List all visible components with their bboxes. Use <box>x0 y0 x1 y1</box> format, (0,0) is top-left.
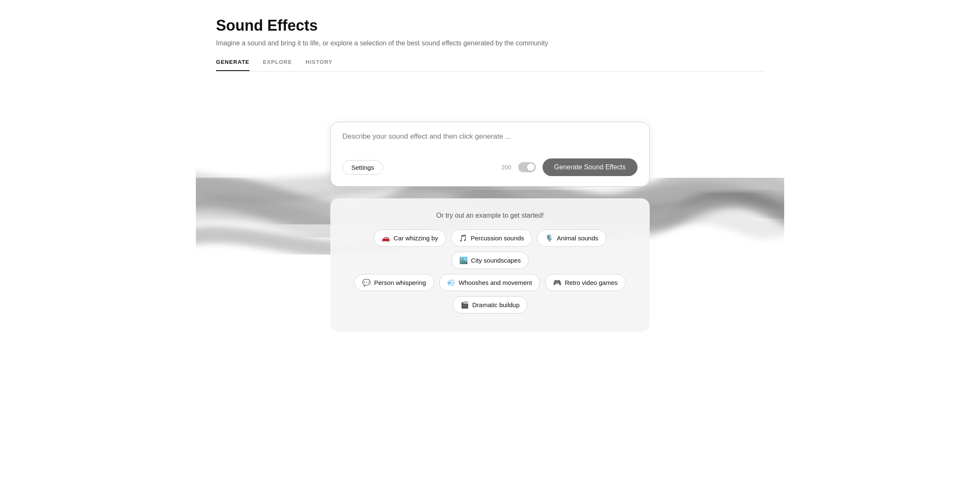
examples-card: Or try out an example to get started! 🚗 … <box>330 198 650 332</box>
chip-car-label: Car whizzing by <box>393 234 438 242</box>
examples-section: Or try out an example to get started! 🚗 … <box>216 187 764 332</box>
chip-retro-label: Retro video games <box>565 279 618 286</box>
toggle-switch[interactable] <box>518 162 536 172</box>
tab-explore[interactable]: EXPLORE <box>263 59 292 71</box>
main-content: Settings 200 Generate Sound Effects Or t… <box>216 71 764 366</box>
chip-city[interactable]: 🏙️ City soundscapes <box>451 252 529 269</box>
input-right: 200 Generate Sound Effects <box>501 158 638 176</box>
tab-history[interactable]: HISTORY <box>306 59 332 71</box>
generate-button[interactable]: Generate Sound Effects <box>543 158 638 176</box>
chip-percussion-label: Percussion sounds <box>471 234 524 242</box>
examples-row-2: 💬 Person whispering 💨 Whooshes and movem… <box>347 274 633 291</box>
dramatic-icon: 🎬 <box>461 301 469 309</box>
examples-row-1: 🚗 Car whizzing by 🎵 Percussion sounds 🎙️… <box>347 229 633 269</box>
examples-title: Or try out an example to get started! <box>347 212 633 219</box>
tab-generate[interactable]: GENERATE <box>216 59 250 71</box>
token-count: 200 <box>501 164 511 171</box>
settings-button[interactable]: Settings <box>342 160 383 175</box>
chip-car[interactable]: 🚗 Car whizzing by <box>374 229 446 247</box>
chip-person-label: Person whispering <box>374 279 426 286</box>
chip-retro[interactable]: 🎮 Retro video games <box>545 274 626 291</box>
input-card: Settings 200 Generate Sound Effects <box>330 122 650 187</box>
input-bottom-row: Settings 200 Generate Sound Effects <box>342 158 638 176</box>
city-icon: 🏙️ <box>459 256 468 264</box>
chip-whooshes-label: Whooshes and movement <box>459 279 532 286</box>
input-section: Settings 200 Generate Sound Effects <box>216 71 764 187</box>
car-icon: 🚗 <box>382 234 390 242</box>
examples-row-3: 🎬 Dramatic buildup <box>347 296 633 313</box>
page-subtitle: Imagine a sound and bring it to life, or… <box>216 39 764 47</box>
chip-whooshes[interactable]: 💨 Whooshes and movement <box>439 274 540 291</box>
animal-icon: 🎙️ <box>545 234 553 242</box>
chip-dramatic[interactable]: 🎬 Dramatic buildup <box>453 296 528 313</box>
chip-animal-label: Animal sounds <box>557 234 598 242</box>
chip-percussion[interactable]: 🎵 Percussion sounds <box>451 229 532 247</box>
whooshes-icon: 💨 <box>447 279 456 287</box>
chip-dramatic-label: Dramatic buildup <box>472 301 520 308</box>
percussion-icon: 🎵 <box>459 234 467 242</box>
chip-animal[interactable]: 🎙️ Animal sounds <box>537 229 606 247</box>
chip-person[interactable]: 💬 Person whispering <box>354 274 434 291</box>
tabs-nav: GENERATE EXPLORE HISTORY <box>216 59 764 71</box>
page-title: Sound Effects <box>216 17 764 34</box>
sound-description-input[interactable] <box>342 132 638 149</box>
person-icon: 💬 <box>362 279 371 287</box>
retro-icon: 🎮 <box>553 279 561 287</box>
chip-city-label: City soundscapes <box>471 257 521 264</box>
